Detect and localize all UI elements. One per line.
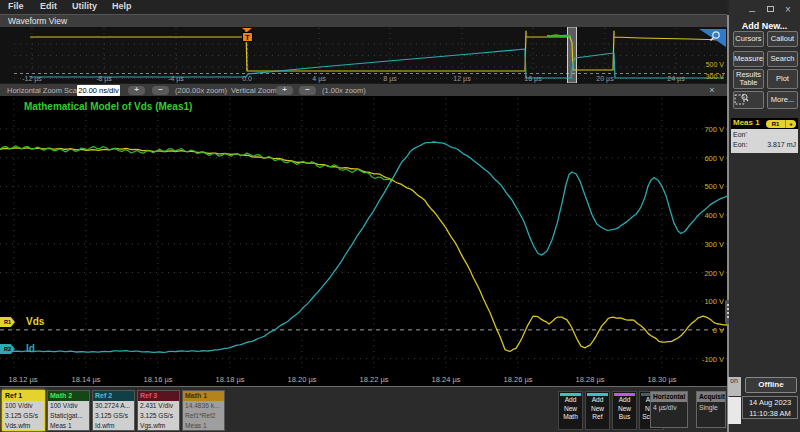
main-y-tick: 200 V <box>704 269 724 278</box>
main-x-tick: 18.26 µs <box>504 375 533 384</box>
channel-header: Ref 2 <box>93 391 134 401</box>
overview-x-tick: 24 µs <box>667 75 684 82</box>
add-button-stripe <box>614 393 635 396</box>
zoom-region-icon <box>734 92 749 106</box>
main-y-tick: 100 V <box>704 297 724 306</box>
main-x-tick: 18.20 µs <box>288 375 317 384</box>
waveform-view-tab[interactable]: Waveform View <box>0 14 727 27</box>
id-trace <box>0 142 727 352</box>
cursors-button[interactable]: Cursors <box>733 31 764 47</box>
meas1-header: Meas 1 R1+ <box>731 118 798 129</box>
channel-badge-math-1[interactable]: Math 114.4836 k...Ref1*Ref2Meas 1 <box>182 390 225 431</box>
datetime-display: 14 Aug 2023 11:10:38 AM <box>742 396 798 419</box>
channel-detail: Meas 1 <box>48 421 89 431</box>
panel-fragment-on: on <box>728 377 741 396</box>
tekscope-window: FileEditUtilityHelp Tektronix Waveform V… <box>0 0 800 432</box>
channel-detail: 100 V/div <box>48 401 89 411</box>
meas-result-value: 3.817 mJ <box>767 140 796 150</box>
model-overview <box>547 35 571 36</box>
main-x-tick: 18.12 µs <box>9 375 38 384</box>
minimize-icon[interactable]: – <box>749 4 755 16</box>
zoom-region-button[interactable] <box>733 91 764 109</box>
plot-button[interactable]: Plot <box>767 69 798 89</box>
close-icon[interactable]: × <box>785 4 791 15</box>
zoom-toolbar: Horizontal Zoom Scale 20.00 ns/div + − (… <box>0 83 727 96</box>
channel-detail: Ref1*Ref2 <box>183 411 224 421</box>
add-new-math-button[interactable]: Add New Math <box>558 391 583 430</box>
main-y-tick: 0 V <box>713 326 724 335</box>
v-zoom-minus-button[interactable]: − <box>299 86 316 95</box>
channel-badge-math-2[interactable]: Math 2100 V/divStatic|gat...Meas 1 <box>47 390 90 431</box>
measure-button[interactable]: Measure <box>733 51 764 67</box>
overview-x-tick: 20 µs <box>596 75 613 82</box>
zoom-close-icon[interactable]: × <box>706 85 718 96</box>
restore-icon[interactable] <box>767 6 774 12</box>
overview-magnifier-icon[interactable] <box>699 29 726 47</box>
main-x-tick: 18.14 µs <box>72 375 101 384</box>
main-x-tick: 18.22 µs <box>360 375 389 384</box>
main-y-tick: 300 V <box>704 240 724 249</box>
h-zoom-scale-input[interactable]: 20.00 ns/div <box>77 85 120 96</box>
overview-plot[interactable]: -12 µs-8 µs-4 µs0.04 µs8 µs12 µs16 µs20 … <box>0 27 727 83</box>
channel-detail: 3.125 GS/s <box>93 411 134 421</box>
results-table-button[interactable]: Results Table <box>733 69 764 89</box>
channel-detail: Meas 1 <box>183 421 224 431</box>
overview-x-tick: 4 µs <box>312 75 325 82</box>
channel-detail: Vds.wfm <box>3 421 44 431</box>
meas1-results-badge[interactable]: Meas 1 R1+ Eon'Eon:3.817 mJ <box>731 118 798 153</box>
menu-item-help[interactable]: Help <box>112 1 132 11</box>
acquisition-header: Acquisition <box>697 392 725 402</box>
main-y-tick: -100 V <box>702 355 724 364</box>
overview-y-tick: 300 V <box>706 73 724 80</box>
overview-x-tick: 8 µs <box>383 75 396 82</box>
overview-y-tick: 500 V <box>706 61 724 68</box>
add-new-ref-button[interactable]: Add New Ref <box>585 391 610 430</box>
main-y-tick: 700 V <box>704 125 724 134</box>
meas1-expand-icon[interactable]: + <box>785 120 796 128</box>
waveform-view-tab-label: Waveform View <box>8 16 67 26</box>
meas-result-label: Eon' <box>733 130 747 140</box>
search-button[interactable]: Search <box>767 51 798 67</box>
callout-button[interactable]: Callout <box>767 31 798 47</box>
channel-detail: 30.2724 A... <box>93 401 134 411</box>
h-zoom-factor: (200.00x zoom) <box>175 86 227 95</box>
add-new-bus-button[interactable]: Add New Bus <box>612 391 637 430</box>
trigger-t-icon: T <box>242 32 253 42</box>
vds-trace <box>0 148 727 352</box>
channel-detail: 3.125 GS/s <box>3 411 44 421</box>
channel-badge-ref-1[interactable]: Ref 1100 V/div3.125 GS/sVds.wfm <box>2 390 45 431</box>
offline-button[interactable]: Offline <box>745 377 797 393</box>
horizontal-settings[interactable]: Horizontal 4 µs/div <box>650 391 688 428</box>
math-model-title: Mathematical Model of Vds (Meas1) <box>24 101 192 112</box>
right-sidebar: – × Add New... CursorsCalloutMeasureSear… <box>729 0 800 432</box>
ref-name-id: Id <box>26 343 35 354</box>
main-x-tick: 18.18 µs <box>216 375 245 384</box>
menu-item-edit[interactable]: Edit <box>40 1 57 11</box>
acquisition-settings[interactable]: Acquisition Single <box>696 391 726 428</box>
overview-x-tick: -4 µs <box>168 75 184 82</box>
main-y-tick: 400 V <box>704 211 724 220</box>
menu-item-file[interactable]: File <box>8 1 24 11</box>
more-button[interactable]: More... <box>767 91 798 109</box>
main-x-tick: 18.28 µs <box>576 375 605 384</box>
bottom-settings-bar: Ref 1100 V/div3.125 GS/sVds.wfmMath 2100… <box>0 386 727 432</box>
v-zoom-plus-button[interactable]: + <box>276 86 293 95</box>
channel-badge-ref-2[interactable]: Ref 230.2724 A...3.125 GS/sId.wfm <box>92 390 135 431</box>
channel-detail: Vgs.wfm <box>138 421 179 431</box>
acquisition-mode-value: Single <box>697 402 725 411</box>
h-zoom-minus-button[interactable]: − <box>152 86 169 95</box>
meas-result-row: Eon' <box>733 130 796 140</box>
main-x-tick: 18.24 µs <box>432 375 461 384</box>
v-zoom-label: Vertical Zoom <box>231 86 277 95</box>
meas1-name: Meas 1 <box>733 118 760 127</box>
channel-badge-ref-3[interactable]: Ref 32.431 V/div3.125 GS/sVgs.wfm <box>137 390 180 431</box>
zoomed-waveform-plot[interactable]: Mathematical Model of Vds (Meas1) R1VdsR… <box>0 96 727 386</box>
overview-x-tick: -8 µs <box>96 75 112 82</box>
menu-item-utility[interactable]: Utility <box>72 1 97 11</box>
channel-detail: 100 V/div <box>3 401 44 411</box>
overview-x-tick: 16 µs <box>524 75 541 82</box>
channel-detail: 2.431 V/div <box>138 401 179 411</box>
h-zoom-plus-button[interactable]: + <box>128 86 145 95</box>
add-button-stripe <box>560 393 581 396</box>
trigger-marker[interactable]: T <box>242 28 253 43</box>
